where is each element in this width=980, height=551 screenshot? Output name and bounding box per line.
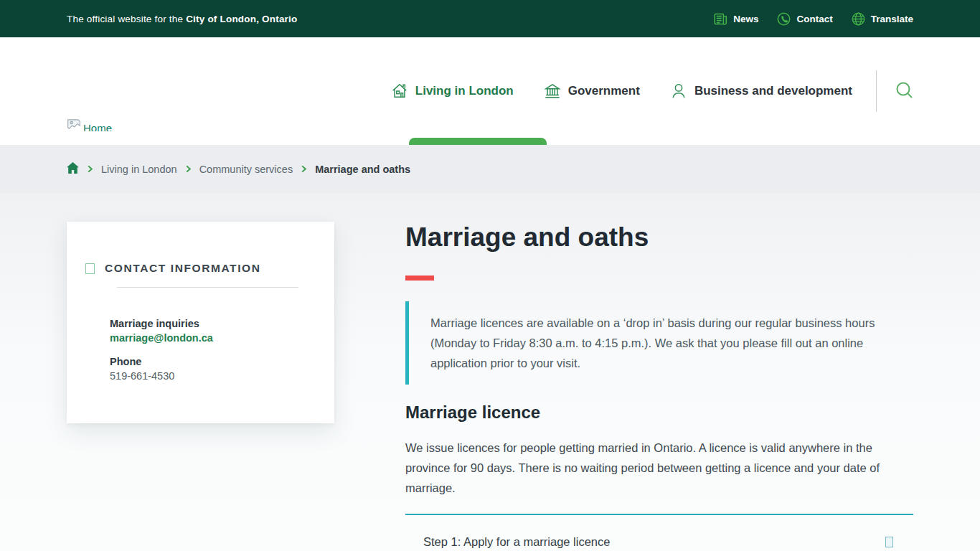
breadcrumb-living-in-london[interactable]: Living in London: [101, 164, 177, 175]
contact-card-body: Marriage inquiries marriage@london.ca Ph…: [110, 316, 334, 383]
section-title: Marriage licence: [405, 402, 913, 423]
person-icon: [670, 83, 687, 100]
breadcrumb: Living in London Community services Marr…: [0, 145, 980, 193]
contact-information-card: CONTACT INFORMATION Marriage inquiries m…: [67, 222, 334, 423]
tagline-bold: City of London, Ontario: [186, 14, 297, 24]
nav-living-in-london-label: Living in London: [415, 84, 514, 98]
logo-alt-text: Home: [83, 123, 112, 131]
page: The official website for the City of Lon…: [0, 0, 980, 551]
breadcrumb-community-services[interactable]: Community services: [199, 164, 293, 175]
breadcrumb-home-link[interactable]: [67, 162, 79, 176]
translate-link[interactable]: Translate: [852, 12, 913, 26]
tagline-regular: The official website for the: [67, 14, 186, 24]
title-accent-bar: [405, 276, 434, 281]
accordion-step-1-label: Step 1: Apply for a marriage licence: [423, 535, 610, 549]
phone-icon: [777, 12, 791, 26]
home-icon: [67, 162, 79, 176]
translate-label: Translate: [871, 14, 913, 24]
email-label: Marriage inquiries: [110, 316, 334, 331]
search-button[interactable]: [894, 80, 915, 103]
news-link[interactable]: News: [714, 13, 758, 25]
nav-divider: [876, 70, 877, 112]
contact-card-icon: [85, 263, 95, 274]
government-building-icon: [544, 83, 561, 100]
card-divider: [117, 287, 298, 288]
contact-link[interactable]: Contact: [777, 12, 832, 26]
topbar: The official website for the City of Lon…: [0, 0, 980, 37]
drop-in-callout: Marriage licences are available on a ‘dr…: [405, 301, 913, 385]
main-column: Marriage and oaths Marriage licences are…: [405, 193, 913, 551]
contact-email-link[interactable]: marriage@london.ca: [110, 331, 213, 345]
contact-card-header: CONTACT INFORMATION: [85, 262, 334, 275]
contact-card-title: CONTACT INFORMATION: [105, 262, 261, 275]
topbar-links: News Contact: [714, 12, 913, 26]
site-logo-home-link[interactable]: Home: [67, 118, 112, 133]
nav-government[interactable]: Government: [544, 83, 640, 100]
house-icon: [391, 83, 408, 100]
main-nav: Living in London Government: [391, 37, 915, 145]
nav-business-and-development[interactable]: Business and development: [670, 83, 852, 100]
search-icon: [894, 80, 915, 103]
chevron-right-icon: [185, 165, 192, 173]
nav-government-label: Government: [568, 84, 640, 98]
chevron-right-icon: [301, 165, 307, 173]
logo-alt-clip: Home: [83, 123, 112, 131]
nav-business-and-development-label: Business and development: [694, 84, 852, 98]
phone-number: 519-661-4530: [110, 369, 334, 383]
news-label: News: [733, 14, 758, 24]
phone-label: Phone: [110, 354, 334, 369]
nav-living-in-london[interactable]: Living in London: [391, 83, 514, 100]
active-nav-indicator: [409, 138, 547, 145]
chevron-right-icon: [87, 165, 93, 173]
site-tagline: The official website for the City of Lon…: [67, 14, 297, 24]
section-body: We issue licences for people getting mar…: [405, 438, 913, 498]
contact-label: Contact: [796, 14, 832, 24]
broken-image-icon: [67, 118, 81, 133]
content: CONTACT INFORMATION Marriage inquiries m…: [0, 193, 980, 551]
accordion-step-1[interactable]: Step 1: Apply for a marriage licence: [405, 514, 913, 551]
globe-icon: [852, 12, 865, 26]
accordion-expand-icon: [885, 537, 893, 547]
breadcrumb-current: Marriage and oaths: [315, 164, 410, 175]
page-title: Marriage and oaths: [405, 222, 913, 253]
main-header: Home Living in London: [0, 37, 980, 145]
news-icon: [714, 13, 727, 25]
